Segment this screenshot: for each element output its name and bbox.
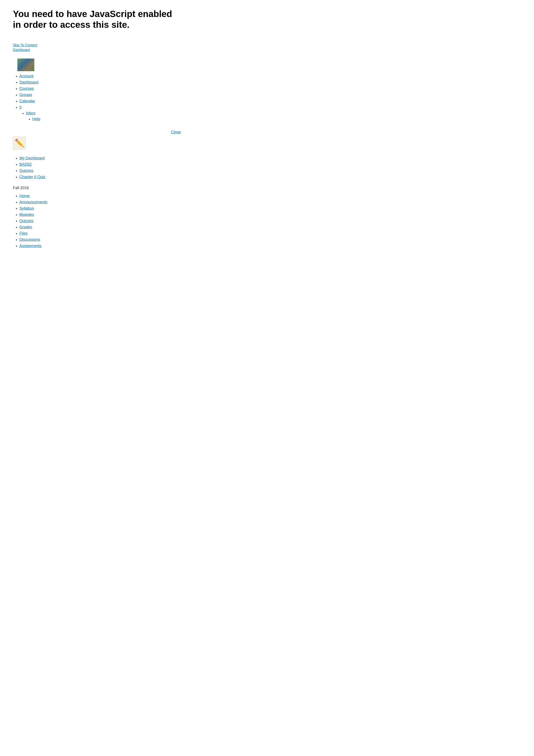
breadcrumb-course-link[interactable]: BAD52 bbox=[19, 162, 32, 167]
inbox-link[interactable]: Inbox bbox=[26, 111, 35, 115]
skip-to-content-link[interactable]: Skip To Content bbox=[13, 43, 181, 47]
groups-link[interactable]: Groups bbox=[19, 93, 32, 97]
breadcrumb-dashboard-link[interactable]: My Dashboard bbox=[19, 156, 44, 160]
breadcrumb-item-dashboard[interactable]: My Dashboard bbox=[19, 156, 181, 160]
dashboard-link[interactable]: Dashboard bbox=[19, 80, 38, 84]
course-icon-container: ✏️ bbox=[13, 137, 26, 149]
breadcrumb-item-quizzes[interactable]: Quizzes bbox=[19, 169, 181, 173]
nav-item-account[interactable]: Account bbox=[19, 74, 181, 78]
course-nav-quizzes[interactable]: Quizzes bbox=[19, 219, 181, 223]
top-nav: Account Dashboard Courses Groups Calenda… bbox=[13, 58, 181, 121]
nav-item-groups[interactable]: Groups bbox=[19, 93, 181, 97]
course-nav-discussions[interactable]: Discussions bbox=[19, 237, 181, 242]
semester-label: Fall 2016 bbox=[13, 186, 181, 190]
course-nav-files[interactable]: Files bbox=[19, 231, 181, 236]
announcements-link[interactable]: Announcements bbox=[19, 200, 47, 204]
nav-item-inbox[interactable]: Inbox Help bbox=[26, 111, 181, 121]
content-area: Close ✏️ My Dashboard BAD52 Quizzes Chap… bbox=[13, 130, 181, 248]
course-nav-assignments[interactable]: Assignments bbox=[19, 244, 181, 248]
nav-item-calendar[interactable]: Calendar bbox=[19, 99, 181, 103]
course-nav-grades[interactable]: Grades bbox=[19, 225, 181, 230]
avatar-item[interactable] bbox=[17, 58, 181, 72]
dashboard-skip-link[interactable]: Dashboard bbox=[13, 48, 181, 52]
course-icon: ✏️ bbox=[13, 137, 26, 149]
pencil-icon: ✏️ bbox=[15, 139, 24, 148]
avatar[interactable] bbox=[17, 58, 35, 71]
course-nav-syllabus[interactable]: Syllabus bbox=[19, 206, 181, 211]
files-link[interactable]: Files bbox=[19, 231, 28, 235]
help-link[interactable]: Help bbox=[32, 117, 40, 121]
breadcrumb-item-course[interactable]: BAD52 bbox=[19, 162, 181, 167]
home-link[interactable]: Home bbox=[19, 194, 30, 198]
course-nav-home[interactable]: Home bbox=[19, 194, 181, 198]
calendar-link[interactable]: Calendar bbox=[19, 99, 35, 103]
skip-links: Skip To Content Dashboard bbox=[13, 43, 181, 52]
inbox-badge-link[interactable]: 0 bbox=[19, 105, 21, 109]
breadcrumb-item-quiz[interactable]: Chapter 6 Quiz bbox=[19, 175, 181, 179]
course-nav-modules[interactable]: Modules bbox=[19, 212, 181, 217]
close-button[interactable]: Close bbox=[171, 130, 181, 134]
nav-item-courses[interactable]: Courses bbox=[19, 86, 181, 91]
discussions-link[interactable]: Discussions bbox=[19, 237, 40, 242]
quizzes-link[interactable]: Quizzes bbox=[19, 219, 33, 223]
nav-item-dashboard[interactable]: Dashboard bbox=[19, 80, 181, 85]
assignments-link[interactable]: Assignments bbox=[19, 244, 41, 248]
courses-link[interactable]: Courses bbox=[19, 86, 34, 91]
course-nav: Home Announcements Syllabus Modules Quiz… bbox=[13, 194, 181, 248]
nav-item-help[interactable]: Help bbox=[32, 117, 181, 121]
main-heading: You need to have JavaScript enabled in o… bbox=[13, 9, 181, 30]
nav-item-inbox-badge[interactable]: 0 Inbox Help bbox=[19, 105, 181, 121]
account-link[interactable]: Account bbox=[19, 74, 33, 78]
breadcrumb-quizzes-link[interactable]: Quizzes bbox=[19, 169, 33, 173]
syllabus-link[interactable]: Syllabus bbox=[19, 206, 34, 210]
breadcrumb-quiz-link[interactable]: Chapter 6 Quiz bbox=[19, 175, 45, 179]
close-section: Close bbox=[13, 130, 181, 134]
breadcrumb: My Dashboard BAD52 Quizzes Chapter 6 Qui… bbox=[13, 156, 181, 179]
course-nav-announcements[interactable]: Announcements bbox=[19, 200, 181, 204]
grades-link[interactable]: Grades bbox=[19, 225, 32, 229]
modules-link[interactable]: Modules bbox=[19, 212, 34, 217]
